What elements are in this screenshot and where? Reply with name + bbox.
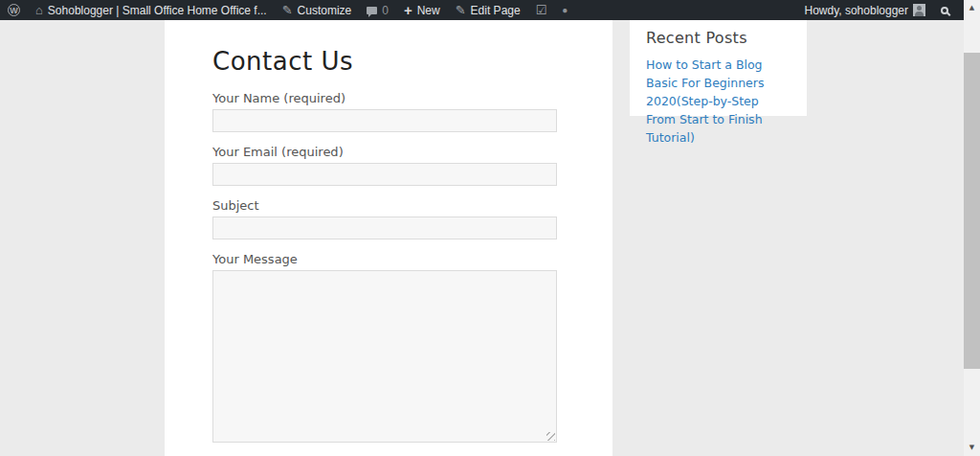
subject-input[interactable] [212,217,557,239]
recent-post-link[interactable]: How to Start a Blog Basic For Beginners … [646,56,791,147]
comments-count: 0 [382,4,389,17]
plugin-check-icon: ☑ [536,4,547,16]
status-dot-icon: ● [562,6,568,15]
subject-field-group: Subject [212,198,612,239]
wordpress-logo-icon: W [8,4,20,16]
my-account-menu[interactable]: Howdy, sohoblogger [796,0,933,20]
comments-bubble-icon [367,7,377,14]
name-input[interactable] [212,109,557,132]
recent-posts-widget: Recent Posts How to Start a Blog Basic F… [630,20,807,116]
avatar [913,4,925,16]
plus-icon: + [404,3,412,17]
howdy-label: Howdy, sohoblogger [804,4,908,17]
page-title: Contact Us [212,47,612,76]
wp-logo-menu[interactable]: W [0,0,28,20]
name-field-group: Your Name (required) [212,91,612,132]
resize-handle-icon[interactable] [546,432,555,441]
message-textarea[interactable] [212,270,557,443]
vertical-scrollbar[interactable]: ▲ ▼ [964,0,980,456]
widget-title: Recent Posts [646,29,791,47]
contact-page-card: Contact Us Your Name (required) Your Ema… [165,20,612,456]
edit-page-label: Edit Page [471,4,521,17]
scrollbar-thumb[interactable] [964,53,980,369]
email-input[interactable] [212,163,557,186]
plugin-menu[interactable]: ☑ [528,0,555,20]
customize-pencil-icon: ✎ [282,4,293,16]
home-icon: ⌂ [35,4,43,16]
email-field-group: Your Email (required) [212,145,612,186]
status-menu[interactable]: ● [554,0,575,20]
subject-label: Subject [212,198,612,213]
name-label: Your Name (required) [212,91,612,105]
customize-label: Customize [298,4,352,17]
admin-search[interactable] [933,0,956,20]
scrollbar-down-icon[interactable]: ▼ [964,440,980,456]
site-name-menu[interactable]: ⌂ Sohoblogger | Small Office Home Office… [28,0,275,20]
new-label: New [417,4,440,17]
search-icon [941,7,948,14]
wp-admin-bar: W ⌂ Sohoblogger | Small Office Home Offi… [0,0,964,20]
edit-pencil-icon: ✎ [456,4,466,16]
new-content-menu[interactable]: + New [396,0,448,20]
email-label: Your Email (required) [212,145,612,159]
comments-menu[interactable]: 0 [359,0,396,20]
message-field-group: Your Message [212,252,612,443]
edit-page-menu[interactable]: ✎ Edit Page [448,0,528,20]
site-name-label: Sohoblogger | Small Office Home Office f… [48,4,267,17]
scrollbar-up-icon[interactable]: ▲ [964,0,980,16]
message-label: Your Message [212,252,612,266]
customize-menu[interactable]: ✎ Customize [275,0,360,20]
